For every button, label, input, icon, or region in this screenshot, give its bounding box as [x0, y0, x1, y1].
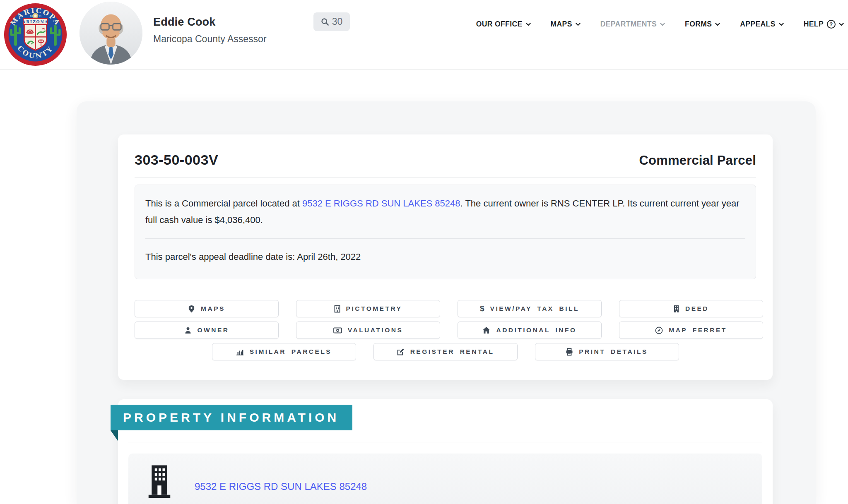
- nav-label: FORMS: [685, 20, 712, 29]
- map-pin-icon: [188, 305, 195, 313]
- parcel-type-heading: Commercial Parcel: [639, 153, 756, 168]
- button-label: REGISTER RENTAL: [410, 348, 494, 355]
- nav-label: MAPS: [551, 20, 572, 29]
- site-header: MARICOPA COUNTY 18 71 ARIZONA: [0, 0, 848, 70]
- pictometry-button[interactable]: PICTOMETRY: [296, 300, 440, 317]
- button-label: VIEW/PAY TAX BILL: [490, 305, 579, 312]
- deed-button[interactable]: DEED: [619, 300, 763, 317]
- nav-label: APPEALS: [740, 20, 775, 29]
- assessor-title: Maricopa County Assessor: [153, 34, 267, 45]
- button-label: VALUATIONS: [348, 326, 403, 334]
- printer-icon: [566, 348, 573, 356]
- parcel-description: This is a Commercial parcel located at 9…: [145, 195, 745, 228]
- button-label: SIMILAR PARCELS: [250, 348, 332, 355]
- building-icon: [334, 305, 340, 313]
- property-address-link[interactable]: 9532 E RIGGS RD SUN LAKES 85248: [195, 481, 367, 492]
- map-ferret-button[interactable]: MAP FERRET: [619, 322, 763, 339]
- parcel-number: 303-50-003V: [135, 152, 218, 168]
- description-before-link: This is a Commercial parcel located at: [145, 198, 302, 209]
- help-question-icon: ?: [827, 20, 836, 29]
- parcel-description-box: This is a Commercial parcel located at 9…: [135, 185, 756, 279]
- assessor-identity: Eddie Cook Maricopa County Assessor: [153, 16, 267, 45]
- seal-year-right: 71: [39, 15, 41, 17]
- nav-item-appeals[interactable]: APPEALS: [740, 20, 783, 29]
- compass-icon: [655, 326, 663, 334]
- chevron-down-icon: [576, 23, 581, 26]
- seal-banner-text: ARIZONA: [22, 19, 48, 24]
- nav-item-departments[interactable]: DEPARTMENTS: [600, 20, 665, 29]
- edit-square-icon: [397, 348, 405, 356]
- register-rental-button[interactable]: REGISTER RENTAL: [373, 343, 518, 360]
- assessor-name: Eddie Cook: [153, 16, 267, 29]
- dollar-icon: $: [480, 304, 484, 313]
- search-icon: [321, 18, 329, 26]
- chevron-down-icon: [779, 23, 784, 26]
- button-label: DEED: [685, 305, 709, 312]
- main-nav: OUR OFFICE MAPS DEPARTMENTS FORMS APPEAL…: [476, 15, 844, 34]
- building-icon: [147, 463, 172, 498]
- money-bill-icon: [333, 327, 342, 334]
- parcel-address-link[interactable]: 9532 E RIGGS RD SUN LAKES 85248: [302, 198, 460, 209]
- search-button[interactable]: 30: [313, 12, 350, 31]
- print-details-button[interactable]: PRINT DETAILS: [535, 343, 679, 360]
- search-badge-count: 30: [332, 16, 343, 27]
- nav-item-our-office[interactable]: OUR OFFICE: [476, 20, 531, 29]
- building-windows-icon: [673, 305, 679, 313]
- appeal-deadline-text: This parcel's appeal deadline date is: A…: [145, 249, 745, 265]
- section-title: PROPERTY INFORMATION: [123, 410, 339, 425]
- chevron-down-icon: [715, 23, 720, 26]
- assessor-portrait: [80, 2, 142, 65]
- similar-parcels-button[interactable]: SIMILAR PARCELS: [212, 343, 356, 360]
- property-address-panel: 9532 E RIGGS RD SUN LAKES 85248: [128, 454, 762, 504]
- divider: [135, 177, 756, 178]
- button-label: ADDITIONAL INFO: [496, 326, 576, 334]
- chevron-down-icon: [526, 23, 531, 26]
- assessor-photo-avatar[interactable]: [80, 2, 142, 65]
- maps-button[interactable]: MAPS: [135, 300, 279, 317]
- parcel-action-buttons-row3: SIMILAR PARCELS REGISTER RENTAL PRINT DE…: [135, 343, 756, 360]
- button-label: MAPS: [201, 305, 225, 312]
- valuations-button[interactable]: VALUATIONS: [296, 322, 440, 339]
- chevron-down-icon: [839, 23, 844, 26]
- seal-year-left: 18: [30, 15, 33, 17]
- divider: [128, 442, 762, 442]
- banner-fold-decoration: [111, 430, 118, 441]
- nav-label: DEPARTMENTS: [600, 20, 657, 29]
- owner-button[interactable]: OWNER: [135, 322, 279, 339]
- chevron-down-icon: [660, 23, 665, 26]
- divider: [145, 238, 745, 239]
- button-label: OWNER: [198, 326, 229, 334]
- nav-item-help[interactable]: HELP ?: [804, 20, 844, 29]
- nav-item-forms[interactable]: FORMS: [685, 20, 720, 29]
- button-label: PICTOMETRY: [346, 305, 402, 312]
- property-information-card: PROPERTY INFORMATION 9532 E RIGGS RD SUN…: [118, 399, 773, 504]
- bar-chart-icon: [236, 348, 244, 355]
- button-label: MAP FERRET: [669, 326, 727, 334]
- nav-label: HELP: [804, 20, 824, 29]
- property-information-banner: PROPERTY INFORMATION: [111, 405, 352, 430]
- page-container: 303-50-003V Commercial Parcel This is a …: [77, 101, 816, 504]
- home-icon: [482, 326, 490, 334]
- person-icon: [184, 326, 192, 334]
- parcel-summary-card: 303-50-003V Commercial Parcel This is a …: [118, 134, 773, 380]
- nav-item-maps[interactable]: MAPS: [551, 20, 581, 29]
- parcel-action-buttons: MAPS PICTOMETRY $ VIEW/PAY TAX BILL: [135, 300, 756, 339]
- nav-label: OUR OFFICE: [476, 20, 523, 29]
- additional-info-button[interactable]: ADDITIONAL INFO: [458, 322, 602, 339]
- button-label: PRINT DETAILS: [579, 348, 648, 355]
- maricopa-county-seal-logo[interactable]: MARICOPA COUNTY 18 71 ARIZONA: [3, 2, 67, 67]
- view-pay-tax-bill-button[interactable]: $ VIEW/PAY TAX BILL: [458, 300, 602, 317]
